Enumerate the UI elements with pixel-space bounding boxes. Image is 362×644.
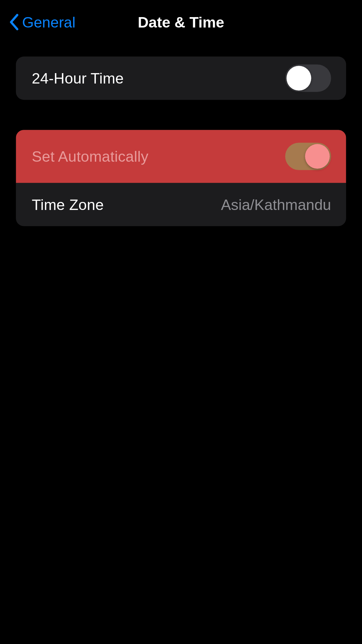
back-button[interactable]: General xyxy=(8,13,75,31)
settings-group-2: Set Automatically Time Zone Asia/Kathman… xyxy=(16,130,346,226)
row-label: 24-Hour Time xyxy=(32,69,124,87)
row-24-hour-time[interactable]: 24-Hour Time xyxy=(16,57,346,100)
toggle-24-hour-time[interactable] xyxy=(285,64,331,92)
settings-group-1: 24-Hour Time xyxy=(16,57,346,100)
back-label: General xyxy=(22,13,75,31)
chevron-left-icon xyxy=(9,14,18,31)
navigation-bar: General Date & Time xyxy=(0,0,362,44)
row-time-zone[interactable]: Time Zone Asia/Kathmandu xyxy=(16,183,346,226)
time-zone-value: Asia/Kathmandu xyxy=(221,196,331,213)
row-set-automatically[interactable]: Set Automatically xyxy=(16,130,346,183)
toggle-knob xyxy=(305,144,330,169)
toggle-set-automatically[interactable] xyxy=(285,143,331,170)
toggle-knob xyxy=(287,66,311,91)
row-label: Set Automatically xyxy=(32,148,148,165)
row-label: Time Zone xyxy=(32,196,104,213)
